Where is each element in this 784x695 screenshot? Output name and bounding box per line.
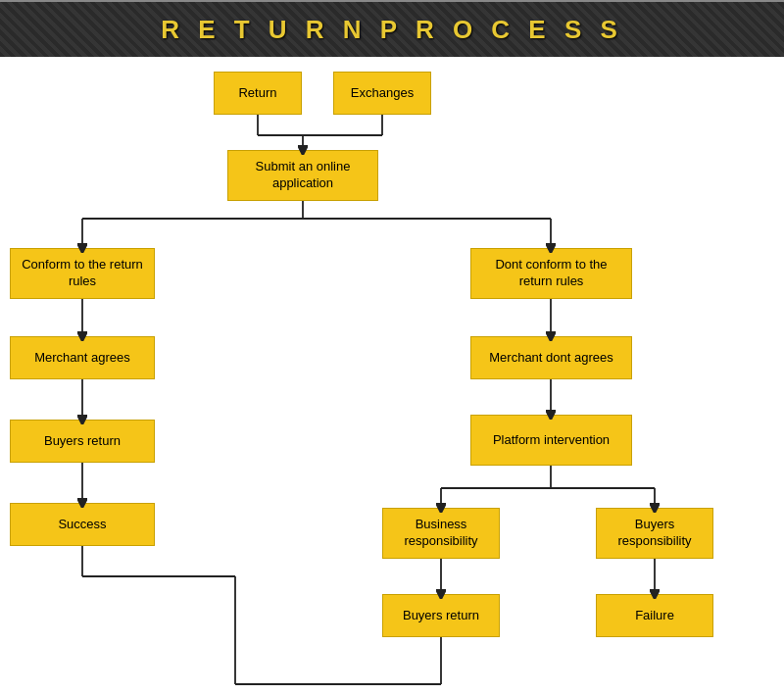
business-resp-box: Business responsibility — [382, 508, 500, 559]
failure-box: Failure — [596, 594, 713, 637]
buyers-return-right-box: Buyers return — [382, 594, 500, 637]
dont-conform-box: Dont conform to the return rules — [470, 248, 632, 299]
merchant-dont-box: Merchant dont agrees — [470, 336, 632, 379]
diagram: Return Exchanges Submit an online applic… — [0, 57, 784, 695]
exchanges-box: Exchanges — [333, 72, 431, 115]
submit-box: Submit an online application — [227, 150, 378, 201]
platform-box: Platform intervention — [470, 415, 632, 466]
conform-box: Conform to the return rules — [10, 248, 155, 299]
buyers-return-left-box: Buyers return — [10, 420, 155, 463]
merchant-agrees-box: Merchant agrees — [10, 336, 155, 379]
header: R E T U R N P R O C E S S — [0, 0, 784, 57]
success-box: Success — [10, 503, 155, 546]
header-title: R E T U R N P R O C E S S — [161, 15, 623, 45]
buyers-resp-box: Buyers responsibility — [596, 508, 713, 559]
return-box: Return — [214, 72, 302, 115]
